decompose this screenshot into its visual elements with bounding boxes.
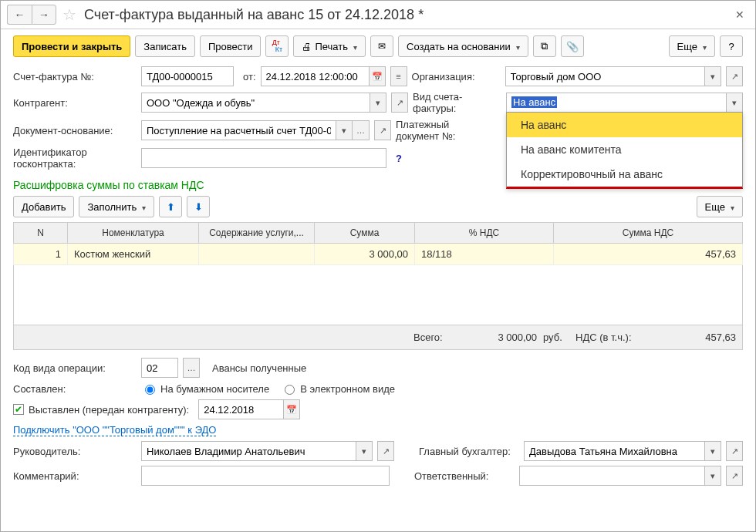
head-label: Руководитель: xyxy=(13,446,137,457)
issued-label: Выставлен (передан контрагенту): xyxy=(29,404,189,416)
move-down-button[interactable]: ⬇ xyxy=(187,196,210,217)
help-icon[interactable]: ? xyxy=(396,153,402,164)
reorder-button[interactable]: ≡ xyxy=(390,66,407,86)
issued-date-input[interactable] xyxy=(198,399,283,419)
basis-doc-input[interactable] xyxy=(141,120,336,140)
invoice-no-input[interactable] xyxy=(141,66,234,86)
col-desc[interactable]: Содержание услуги,... xyxy=(199,223,315,244)
invoice-type-dropdown: На аванс На аванс комитента Корректирово… xyxy=(506,112,743,189)
op-desc: Авансы полученные xyxy=(212,362,306,374)
dropdown-icon[interactable]: ▾ xyxy=(336,120,353,140)
op-code-input[interactable] xyxy=(141,358,178,378)
open-button[interactable]: ↗ xyxy=(726,66,743,86)
totals-row: Всего: 3 000,00 руб. НДС (в т.ч.): 457,6… xyxy=(13,325,743,350)
structure-button[interactable]: ⧉ xyxy=(533,35,556,57)
counterparty-label: Контрагент: xyxy=(13,97,137,109)
nav-forward-button[interactable]: → xyxy=(32,5,56,25)
composed-label: Составлен: xyxy=(13,383,137,395)
op-code-label: Код вида операции: xyxy=(13,362,137,374)
calendar-icon[interactable]: 📅 xyxy=(283,399,300,419)
invoice-type-label: Вид счета-фактуры: xyxy=(413,91,501,114)
post-button[interactable]: Провести xyxy=(200,35,262,57)
dropdown-icon[interactable]: ▾ xyxy=(704,66,721,86)
col-item[interactable]: Номенклатура xyxy=(68,223,199,244)
attach-button[interactable]: 📎 xyxy=(561,35,584,57)
chevron-down-icon xyxy=(700,41,707,52)
from-label: от: xyxy=(243,71,256,82)
open-button[interactable]: ↗ xyxy=(726,466,743,486)
dt-kt-button[interactable]: ДтКт xyxy=(265,35,289,57)
accountant-label: Главный бухгалтер: xyxy=(419,446,519,457)
favorite-star-icon[interactable]: ☆ xyxy=(62,5,76,24)
dropdown-icon[interactable]: ▾ xyxy=(370,93,386,113)
ellipsis-button[interactable]: … xyxy=(183,358,200,378)
post-and-close-button[interactable]: Провести и закрыть xyxy=(13,35,130,57)
issued-checkbox[interactable]: ✔ xyxy=(13,404,24,415)
nav-back-button[interactable]: ← xyxy=(7,5,32,25)
paperclip-icon: 📎 xyxy=(566,41,579,52)
open-button[interactable]: ↗ xyxy=(726,441,743,461)
date-input[interactable] xyxy=(261,66,369,86)
move-up-button[interactable]: ⬆ xyxy=(159,196,182,217)
close-icon[interactable]: ✕ xyxy=(731,7,749,22)
head-input[interactable] xyxy=(141,441,356,461)
create-based-on-button[interactable]: Создать на основании xyxy=(398,35,528,57)
org-input[interactable] xyxy=(505,66,704,86)
invoice-no-label: Счет-фактура №: xyxy=(13,71,137,82)
print-button[interactable]: 🖨 Печать xyxy=(293,35,366,57)
window-title: Счет-фактура выданный на аванс 15 от 24.… xyxy=(84,7,731,23)
open-button[interactable]: ↗ xyxy=(374,120,391,140)
add-row-button[interactable]: Добавить xyxy=(13,196,74,217)
dropdown-icon[interactable]: ▾ xyxy=(704,466,721,486)
basis-doc-label: Документ-основание: xyxy=(13,125,137,136)
col-vat[interactable]: Сумма НДС xyxy=(554,223,743,244)
dropdown-option[interactable]: Корректировочный на аванс xyxy=(507,162,742,187)
open-button[interactable]: ↗ xyxy=(391,93,408,113)
dropdown-option[interactable]: На аванс xyxy=(507,113,742,137)
printer-icon: 🖨 xyxy=(302,41,312,52)
chevron-down-icon xyxy=(140,201,146,213)
accountant-input[interactable] xyxy=(524,441,704,461)
dropdown-option[interactable]: На аванс комитента xyxy=(507,137,742,162)
table-row[interactable]: 1 Костюм женский 3 000,00 18/118 457,63 xyxy=(14,244,743,265)
chevron-down-icon xyxy=(514,41,520,52)
counterparty-input[interactable] xyxy=(141,93,370,113)
save-button[interactable]: Записать xyxy=(135,35,195,57)
responsible-label: Ответственный: xyxy=(414,470,515,482)
comment-label: Комментарий: xyxy=(13,470,137,482)
col-rate[interactable]: % НДС xyxy=(415,223,554,244)
govcontract-label: Идентификатор госконтракта: xyxy=(13,146,137,170)
dropdown-icon[interactable]: ▾ xyxy=(704,441,721,461)
chevron-down-icon xyxy=(351,41,357,52)
paper-radio[interactable]: На бумажном носителе xyxy=(141,382,269,395)
table-more-button[interactable]: Еще xyxy=(697,196,743,217)
dropdown-icon[interactable]: ▾ xyxy=(356,441,373,461)
table-empty-area[interactable] xyxy=(13,265,743,325)
tree-icon: ⧉ xyxy=(541,40,548,52)
email-button[interactable]: ✉ xyxy=(370,35,393,57)
responsible-input[interactable] xyxy=(519,466,704,486)
col-sum[interactable]: Сумма xyxy=(315,223,415,244)
open-button[interactable]: ↗ xyxy=(377,441,394,461)
electronic-radio[interactable]: В электронном виде xyxy=(281,382,395,395)
paydoc-label: Платежный документ №: xyxy=(396,119,484,142)
comment-input[interactable] xyxy=(141,466,390,486)
edo-link[interactable]: Подключить "ООО ""Торговый дом""" к ЭДО xyxy=(13,424,216,436)
chevron-down-icon xyxy=(728,201,734,213)
calendar-icon[interactable]: 📅 xyxy=(369,66,386,86)
col-n[interactable]: N xyxy=(14,223,68,244)
envelope-icon: ✉ xyxy=(378,41,386,52)
vat-table: N Номенклатура Содержание услуги,... Сум… xyxy=(13,222,743,265)
help-button[interactable]: ? xyxy=(720,35,743,57)
dropdown-icon[interactable]: ▾ xyxy=(726,93,743,113)
org-label: Организация: xyxy=(412,71,501,82)
govcontract-input[interactable] xyxy=(141,148,386,168)
invoice-type-input[interactable]: На аванс xyxy=(506,93,726,113)
fill-button[interactable]: Заполнить xyxy=(79,196,154,217)
more-button[interactable]: Еще xyxy=(669,35,715,57)
ellipsis-button[interactable]: … xyxy=(353,120,370,140)
